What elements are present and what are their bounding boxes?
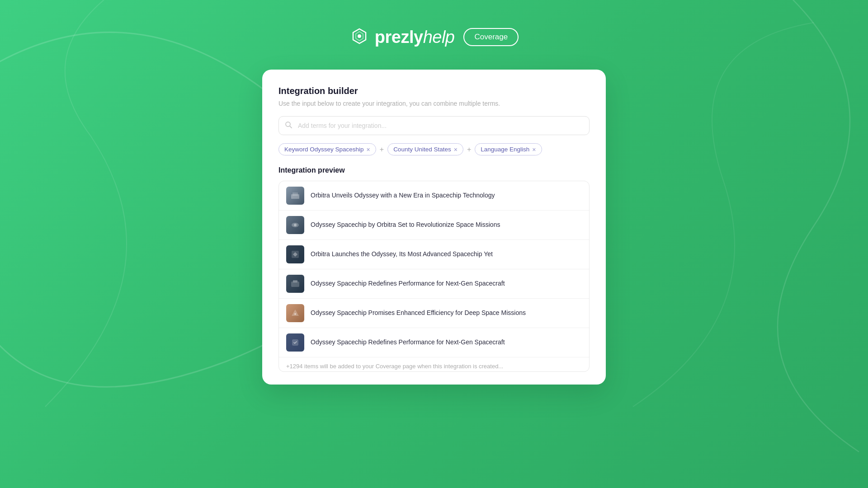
preview-item[interactable]: Odyssey Spacechip by Orbitra Set to Revo… [279,211,589,240]
tag-close-icon[interactable]: × [532,146,536,153]
preview-item-text: Orbitra Launches the Odyssey, Its Most A… [311,250,493,259]
integration-builder-card: Integration builder Use the input below … [262,70,606,385]
logo-text: prezlyhelp [375,28,455,47]
card-subtitle: Use the input below to create your integ… [278,100,590,107]
tag-label: County United States [393,146,451,153]
search-input[interactable] [278,116,590,135]
svg-point-10 [294,313,296,315]
preview-thumb [286,275,304,293]
preview-thumb [286,245,304,263]
preview-thumb [286,304,304,322]
preview-item[interactable]: Orbitra Unveils Odyssey with a New Era i… [279,181,589,211]
header: prezlyhelp Coverage [349,27,519,47]
preview-footer: +1294 items will be added to your Covera… [279,357,589,371]
tag-close-icon[interactable]: × [454,146,458,153]
search-wrapper [278,116,590,135]
tag-language-english[interactable]: Language English × [475,143,542,155]
preview-thumb [286,333,304,352]
tag-keyword-odyssey[interactable]: Keyword Odyssey Spaceship × [278,143,376,155]
svg-line-2 [290,126,292,128]
coverage-button[interactable]: Coverage [463,28,519,46]
tag-label: Language English [481,146,529,153]
tag-separator-2: + [467,145,471,154]
preview-item[interactable]: Odyssey Spacechip Promises Enhanced Effi… [279,299,589,328]
preview-title: Integration preview [278,166,590,174]
svg-point-6 [294,224,297,226]
preview-list: Orbitra Unveils Odyssey with a New Era i… [278,181,590,372]
page-wrapper: prezlyhelp Coverage Integration builder … [0,0,868,488]
preview-thumb [286,187,304,205]
prezly-logo-icon [349,27,369,47]
preview-thumb [286,216,304,234]
tag-close-icon[interactable]: × [367,146,370,153]
preview-item[interactable]: Orbitra Launches the Odyssey, Its Most A… [279,240,589,269]
tag-county-us[interactable]: County United States × [387,143,463,155]
search-icon [285,121,292,130]
preview-item[interactable]: Odyssey Spacechip Redefines Performance … [279,269,589,299]
tag-separator-1: + [380,145,384,154]
tag-label: Keyword Odyssey Spaceship [284,146,364,153]
preview-item-text: Odyssey Spacechip Redefines Performance … [311,338,505,347]
svg-rect-9 [293,280,297,282]
preview-item-text: Odyssey Spacechip by Orbitra Set to Revo… [311,221,500,230]
preview-item-text: Odyssey Spacechip Promises Enhanced Effi… [311,309,526,318]
preview-item[interactable]: Odyssey Spacechip Redefines Performance … [279,328,589,357]
logo-area: prezlyhelp [349,27,455,47]
svg-point-0 [358,34,361,38]
preview-item-text: Odyssey Spacechip Redefines Performance … [311,279,505,288]
tags-row: Keyword Odyssey Spaceship × + County Uni… [278,143,590,155]
card-title: Integration builder [278,86,590,96]
preview-item-text: Orbitra Unveils Odyssey with a New Era i… [311,191,495,200]
svg-rect-4 [292,192,298,196]
